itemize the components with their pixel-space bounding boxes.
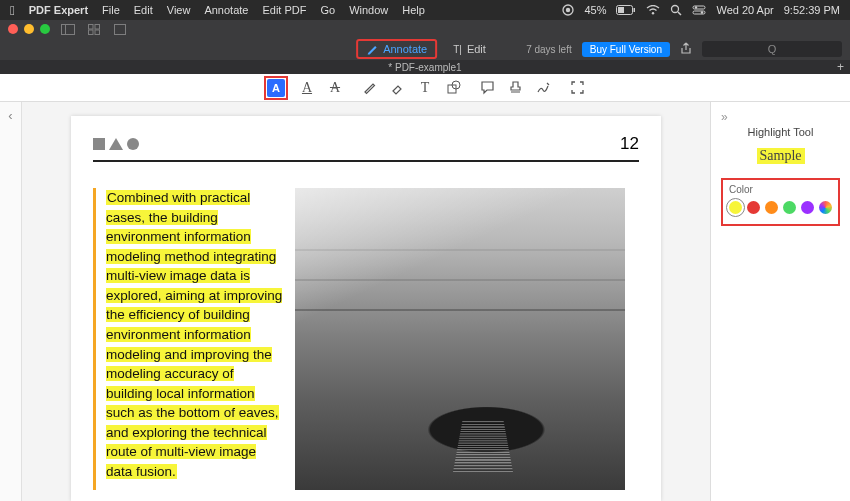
- edit-mode-button[interactable]: T| Edit: [445, 41, 494, 57]
- panel-collapse-icon[interactable]: »: [721, 110, 840, 124]
- traffic-lights: [8, 24, 50, 34]
- color-picker: Color: [721, 178, 840, 226]
- page-viewport[interactable]: 12 Combined with practical cases, the bu…: [22, 102, 710, 501]
- apple-menu-icon[interactable]: : [10, 3, 15, 18]
- workspace: ‹ 12 Combined with practical cases, the …: [0, 102, 850, 501]
- menu-window[interactable]: Window: [349, 4, 388, 16]
- menu-edit-pdf[interactable]: Edit PDF: [262, 4, 306, 16]
- buy-full-version-button[interactable]: Buy Full Version: [582, 42, 670, 57]
- pen-tool[interactable]: [360, 79, 378, 97]
- color-label: Color: [729, 184, 832, 195]
- menu-annotate[interactable]: Annotate: [204, 4, 248, 16]
- svg-rect-14: [89, 24, 94, 29]
- menubar-time[interactable]: 9:52:39 PM: [784, 4, 840, 16]
- color-swatch-custom[interactable]: [819, 201, 832, 214]
- annotate-mode-button[interactable]: Annotate: [356, 39, 437, 59]
- color-swatch-yellow[interactable]: [729, 201, 742, 214]
- stamp-tool[interactable]: [506, 79, 524, 97]
- annotate-label: Annotate: [383, 43, 427, 55]
- eraser-tool[interactable]: [388, 79, 406, 97]
- search-field[interactable]: Q: [702, 41, 842, 57]
- spotlight-icon[interactable]: [670, 4, 682, 16]
- trial-days-label: 7 days left: [526, 44, 572, 55]
- paragraph-text: Combined with practical cases, the build…: [106, 190, 282, 479]
- color-swatch-red[interactable]: [747, 201, 760, 214]
- signature-tool[interactable]: [534, 79, 552, 97]
- tab-bar: * PDF-example1 +: [0, 60, 850, 74]
- thumbnails-icon[interactable]: [86, 21, 102, 37]
- wifi-icon[interactable]: [646, 5, 660, 15]
- menu-help[interactable]: Help: [402, 4, 425, 16]
- sidebar-toggle-icon[interactable]: [60, 21, 76, 37]
- svg-line-7: [678, 12, 681, 15]
- color-swatch-orange[interactable]: [765, 201, 778, 214]
- pdf-page: 12 Combined with practical cases, the bu…: [71, 116, 661, 501]
- note-tool[interactable]: [478, 79, 496, 97]
- window-close-button[interactable]: [8, 24, 18, 34]
- svg-point-5: [652, 12, 654, 14]
- svg-rect-4: [634, 8, 636, 12]
- menu-go[interactable]: Go: [320, 4, 335, 16]
- svg-rect-17: [95, 30, 100, 35]
- svg-rect-9: [693, 11, 705, 14]
- edit-label: Edit: [467, 43, 486, 55]
- left-gutter: ‹: [0, 102, 22, 501]
- mac-menubar:  PDF Expert File Edit View Annotate Edi…: [0, 0, 850, 20]
- highlighted-paragraph[interactable]: Combined with practical cases, the build…: [93, 188, 283, 490]
- control-center-icon[interactable]: [692, 5, 706, 15]
- svg-point-10: [695, 6, 697, 8]
- panel-title: Highlight Tool: [721, 126, 840, 138]
- main-toolbar: Annotate T| Edit 7 days left Buy Full Ve…: [0, 38, 850, 60]
- screen-record-icon[interactable]: [562, 4, 574, 16]
- fullscreen-tool[interactable]: [568, 79, 586, 97]
- svg-rect-16: [89, 30, 94, 35]
- color-swatch-purple[interactable]: [801, 201, 814, 214]
- back-icon[interactable]: ‹: [8, 108, 12, 123]
- menu-view[interactable]: View: [167, 4, 191, 16]
- window-maximize-button[interactable]: [40, 24, 50, 34]
- svg-rect-12: [62, 24, 75, 34]
- document-tab[interactable]: * PDF-example1: [388, 62, 461, 73]
- share-icon[interactable]: [680, 42, 692, 57]
- strikethrough-tool[interactable]: A: [326, 79, 344, 97]
- window-minimize-button[interactable]: [24, 24, 34, 34]
- battery-icon[interactable]: [616, 5, 636, 15]
- window-titlebar: [0, 20, 850, 38]
- color-swatch-green[interactable]: [783, 201, 796, 214]
- svg-point-6: [672, 6, 679, 13]
- menubar-date[interactable]: Wed 20 Apr: [716, 4, 773, 16]
- svg-rect-18: [115, 24, 126, 34]
- svg-point-11: [701, 11, 703, 13]
- shape-tool[interactable]: [444, 79, 462, 97]
- search-icon: Q: [768, 43, 777, 55]
- new-tab-button[interactable]: +: [837, 60, 844, 74]
- inspector-panel: » Highlight Tool Sample Color: [710, 102, 850, 501]
- page-number: 12: [620, 134, 639, 154]
- header-shapes-icon: [93, 138, 139, 150]
- svg-rect-8: [693, 6, 705, 9]
- annotate-toolbar: A A A T: [0, 74, 850, 102]
- underline-tool[interactable]: A: [298, 79, 316, 97]
- battery-percent: 45%: [584, 4, 606, 16]
- highlight-tool[interactable]: A: [264, 76, 288, 100]
- svg-rect-15: [95, 24, 100, 29]
- menu-file[interactable]: File: [102, 4, 120, 16]
- highlight-sample: Sample: [757, 148, 805, 164]
- app-name[interactable]: PDF Expert: [29, 4, 88, 16]
- svg-point-1: [566, 8, 570, 12]
- svg-rect-3: [618, 7, 624, 13]
- page-photo: [295, 188, 625, 490]
- menu-edit[interactable]: Edit: [134, 4, 153, 16]
- text-tool[interactable]: T: [416, 79, 434, 97]
- view-mode-icon[interactable]: [112, 21, 128, 37]
